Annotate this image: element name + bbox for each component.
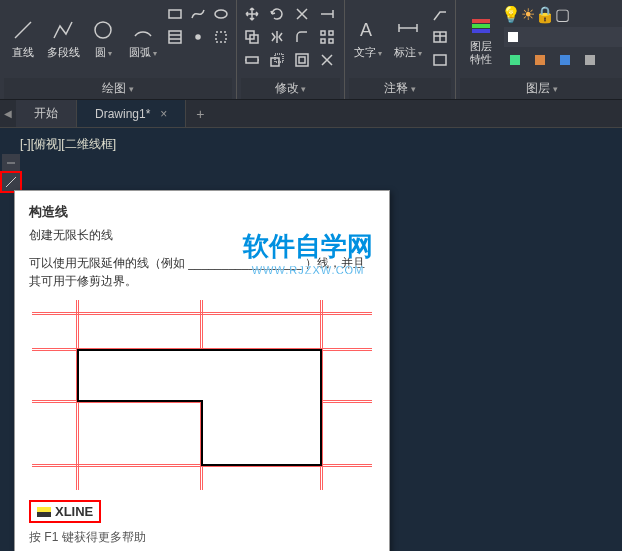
point-icon[interactable] [187, 26, 209, 48]
array-icon[interactable] [316, 26, 338, 48]
svg-rect-30 [472, 19, 490, 23]
svg-line-38 [6, 177, 16, 187]
command-icon [37, 507, 51, 517]
svg-rect-17 [246, 57, 258, 63]
arc-label: 圆弧 [129, 45, 157, 60]
line-label: 直线 [12, 45, 34, 60]
stretch-icon[interactable] [241, 49, 263, 71]
svg-rect-2 [169, 10, 181, 18]
xline-tool-button[interactable] [2, 173, 20, 191]
table-icon[interactable] [429, 26, 451, 48]
svg-rect-13 [321, 31, 325, 35]
modify-grid [241, 3, 340, 75]
viewport-label[interactable]: [-][俯视][二维线框] [20, 136, 116, 153]
tab-start[interactable]: 开始 [16, 100, 77, 127]
layer-iso-icon[interactable] [504, 49, 526, 71]
text-button[interactable]: A 文字 [349, 3, 387, 75]
lock-icon[interactable]: 🔒 [538, 7, 552, 21]
layer-color-swatch [508, 32, 518, 42]
move-icon[interactable] [241, 3, 263, 25]
ellipse-icon[interactable] [210, 3, 232, 25]
panel-draw: 直线 多段线 圆 圆弧 绘图 [0, 0, 237, 99]
scale-icon[interactable] [266, 49, 288, 71]
svg-rect-4 [169, 31, 181, 43]
tooltip-help: 按 F1 键获得更多帮助 [29, 529, 375, 546]
panel-annotate: A 文字 标注 注释 [345, 0, 456, 99]
svg-rect-16 [329, 39, 333, 43]
hatch-icon[interactable] [164, 26, 186, 48]
tab-add-button[interactable]: + [186, 100, 214, 127]
dimension-button[interactable]: 标注 [389, 3, 427, 75]
watermark-text: 软件自学网 [243, 229, 373, 264]
layer-combo[interactable] [504, 27, 622, 47]
mtext-icon[interactable] [429, 49, 451, 71]
watermark-url: WWW.RJZXW.COM [243, 264, 373, 276]
polyline-button[interactable]: 多段线 [44, 3, 82, 75]
extend-icon[interactable] [316, 3, 338, 25]
layer-properties-label: 图层 特性 [470, 40, 492, 64]
text-label: 文字 [354, 45, 382, 60]
nav-dash-icon[interactable] [2, 154, 20, 172]
command-highlight: XLINE [29, 500, 101, 523]
spline-icon[interactable] [187, 3, 209, 25]
svg-point-3 [215, 10, 227, 18]
tab-prev-icon[interactable]: ◀ [0, 100, 16, 127]
watermark: 软件自学网 WWW.RJZXW.COM [243, 229, 373, 276]
region-icon[interactable] [210, 26, 232, 48]
leader-icon[interactable] [429, 3, 451, 25]
svg-rect-21 [299, 57, 305, 63]
command-name: XLINE [55, 504, 93, 519]
panel-annotate-label[interactable]: 注释 [349, 78, 451, 99]
explode-icon[interactable] [316, 49, 338, 71]
svg-line-0 [15, 22, 31, 38]
polyline-label: 多段线 [47, 45, 80, 60]
rotate-icon[interactable] [266, 3, 288, 25]
side-toolbar [2, 154, 22, 191]
tooltip-panel: 构造线 创建无限长的线 可以使用无限延伸的线（例如 ______________… [14, 190, 390, 551]
plot-icon[interactable]: ▢ [555, 7, 569, 21]
mirror-icon[interactable] [266, 26, 288, 48]
sun-icon[interactable]: ☀ [521, 7, 535, 21]
svg-point-7 [196, 35, 200, 39]
svg-point-1 [95, 22, 111, 38]
copy-icon[interactable] [241, 26, 263, 48]
svg-rect-14 [329, 31, 333, 35]
svg-rect-29 [434, 55, 446, 65]
svg-text:A: A [360, 20, 372, 40]
tooltip-title: 构造线 [29, 203, 375, 221]
svg-rect-8 [216, 32, 226, 42]
layer-stack: 💡 ☀ 🔒 ▢ [504, 3, 622, 75]
drawing-area[interactable]: [-][俯视][二维线框] 构造线 创建无限长的线 可以使用无限延伸的线（例如 … [0, 128, 622, 551]
tooltip-illustration [32, 300, 372, 490]
panel-modify: 修改 [237, 0, 345, 99]
rectangle-icon[interactable] [164, 3, 186, 25]
dimension-label: 标注 [394, 45, 422, 60]
panel-modify-label[interactable]: 修改 [241, 78, 340, 99]
panel-layers-label[interactable]: 图层 [460, 78, 622, 99]
svg-rect-20 [296, 54, 308, 66]
svg-rect-32 [472, 29, 490, 33]
tab-drawing1[interactable]: Drawing1* × [77, 100, 186, 127]
layer-properties-button[interactable]: 图层 特性 [460, 3, 502, 75]
lightbulb-icon[interactable]: 💡 [504, 7, 518, 21]
layer-lock-tool-icon[interactable] [579, 49, 601, 71]
close-icon[interactable]: × [160, 107, 167, 121]
document-tabs: ◀ 开始 Drawing1* × + [0, 100, 622, 128]
svg-rect-15 [321, 39, 325, 43]
circle-label: 圆 [95, 45, 112, 60]
panel-layers: 图层 特性 💡 ☀ 🔒 ▢ [456, 0, 622, 99]
layer-off-icon[interactable] [529, 49, 551, 71]
draw-small-grid [164, 3, 232, 75]
circle-button[interactable]: 圆 [84, 3, 122, 75]
trim-icon[interactable] [291, 3, 313, 25]
fillet-icon[interactable] [291, 26, 313, 48]
line-button[interactable]: 直线 [4, 3, 42, 75]
ribbon: 直线 多段线 圆 圆弧 绘图 [0, 0, 622, 100]
svg-rect-33 [510, 55, 520, 65]
offset-icon[interactable] [291, 49, 313, 71]
panel-draw-label[interactable]: 绘图 [4, 78, 232, 99]
annotate-stack [429, 3, 451, 75]
svg-rect-35 [560, 55, 570, 65]
arc-button[interactable]: 圆弧 [124, 3, 162, 75]
layer-freeze-icon[interactable] [554, 49, 576, 71]
